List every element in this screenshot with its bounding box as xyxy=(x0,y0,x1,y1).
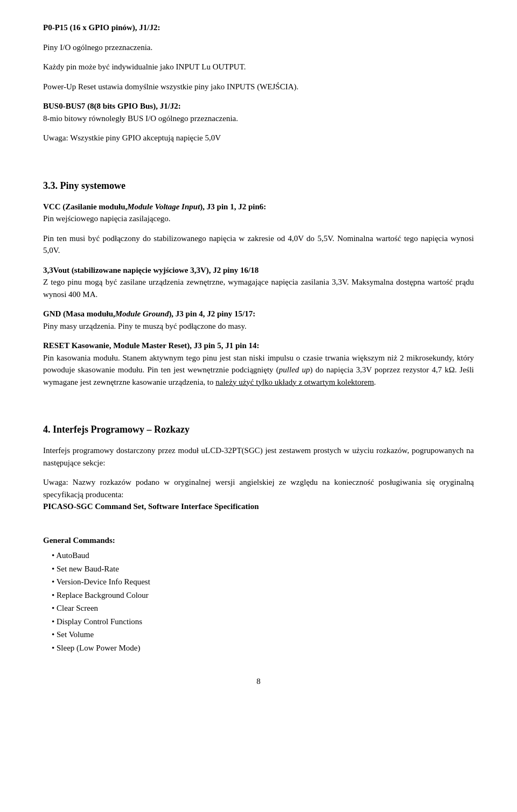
vcc-body: Pin wejściowego napięcia zasilającego. xyxy=(43,214,171,223)
section4-p2-text: Uwaga: Nazwy rozkazów podano w oryginaln… xyxy=(43,478,474,499)
list-item: Sleep (Low Power Mode) xyxy=(52,642,474,654)
list-item: Display Control Functions xyxy=(52,616,474,628)
vout-paragraph: 3,3Vout (stabilizowane napięcie wyjściow… xyxy=(43,264,474,301)
section4-heading: 4. Interfejs Programowy – Rozkazy xyxy=(43,422,474,437)
section4-p1: Interfejs programowy dostarczony przez m… xyxy=(43,444,474,469)
gpio-heading: P0-P15 (16 x GPIO pinów), J1/J2: xyxy=(43,22,474,34)
page-number: 8 xyxy=(43,675,474,688)
reset-underline: należy użyć tylko układy z otwartym kole… xyxy=(215,378,374,386)
uwaga-gpio: Uwaga: Wszystkie piny GPIO akceptują nap… xyxy=(43,132,474,144)
piny-systemowe-heading: 3.3. Piny systemowe xyxy=(43,179,474,193)
reset-bold: RESET Kasowanie, Module Master Reset), J… xyxy=(43,341,260,350)
spacer1 xyxy=(43,152,474,163)
vcc-rest: ), J3 pin 1, J2 pin6: xyxy=(200,202,266,211)
pin-connect: Pin ten musi być podłączony do stabilizo… xyxy=(43,232,474,257)
gpio-p4: Power-Up Reset ustawia domyślnie wszystk… xyxy=(43,81,474,93)
gnd-rest: ), J3 pin 4, J2 piny 15/17: xyxy=(169,309,255,318)
vcc-bold: VCC (Zasilanie modułu, xyxy=(43,202,127,211)
gpio-heading-text: P0-P15 (16 x GPIO pinów), J1/J2: xyxy=(43,23,160,32)
gpio-p2: Piny I/O ogólnego przeznaczenia. xyxy=(43,41,474,54)
general-commands-list: AutoBaudSet new Baud-RateVersion-Device … xyxy=(43,549,474,654)
gpio-p3: Każdy pin może być indywidualnie jako IN… xyxy=(43,61,474,73)
list-item: Set Volume xyxy=(52,629,474,641)
vcc-paragraph: VCC (Zasilanie modułu,Module Voltage Inp… xyxy=(43,201,474,225)
list-item: Clear Screen xyxy=(52,602,474,615)
list-item: Version-Device Info Request xyxy=(52,576,474,588)
general-commands-heading: General Commands: xyxy=(43,534,474,547)
page-content: P0-P15 (16 x GPIO pinów), J1/J2: Piny I/… xyxy=(43,22,474,688)
spacer2 xyxy=(43,396,474,406)
reset-paragraph: RESET Kasowanie, Module Master Reset), J… xyxy=(43,340,474,388)
gnd-body: Piny masy urządzenia. Piny te muszą być … xyxy=(43,322,247,330)
reset-italic: pulled up xyxy=(279,365,310,374)
gnd-italic: Module Ground xyxy=(115,309,169,318)
bus-body: 8-mio bitowy równoległy BUS I/O ogólnego… xyxy=(43,114,238,123)
vcc-italic: Module Voltage Input xyxy=(127,202,200,211)
vout-bold: 3,3Vout (stabilizowane napięcie wyjściow… xyxy=(43,266,258,274)
gnd-paragraph: GND (Masa modułu,Module Ground), J3 pin … xyxy=(43,308,474,332)
list-item: Replace Background Colour xyxy=(52,589,474,602)
bus-heading: BUS0-BUS7 (8(8 bits GPIO Bus), J1/J2: 8-… xyxy=(43,100,474,124)
bus-heading-text: BUS0-BUS7 (8(8 bits GPIO Bus), J1/J2: xyxy=(43,102,181,110)
list-item: Set new Baud-Rate xyxy=(52,563,474,575)
spacer3 xyxy=(43,520,474,525)
list-item: AutoBaud xyxy=(52,549,474,562)
gnd-bold: GND (Masa modułu, xyxy=(43,309,115,318)
section4-p2: Uwaga: Nazwy rozkazów podano w oryginaln… xyxy=(43,476,474,513)
section4-bold: PICASO-SGC Command Set, Software Interfa… xyxy=(43,502,259,511)
reset-body3: . xyxy=(374,378,376,386)
vout-body: Z tego pinu mogą być zasilane urządzenia… xyxy=(43,278,474,299)
